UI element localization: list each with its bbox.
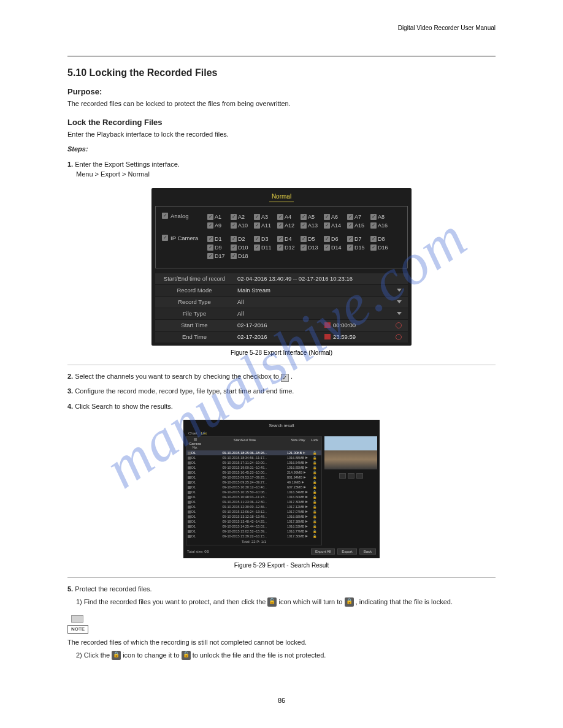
camera-a10[interactable]: A10	[231, 221, 254, 230]
camera-a6[interactable]: A6	[324, 213, 347, 221]
checkbox-icon[interactable]	[301, 214, 307, 220]
camera-a7[interactable]: A7	[347, 213, 370, 221]
checkbox-icon[interactable]	[194, 438, 197, 441]
checkbox-icon[interactable]	[301, 245, 307, 251]
checkbox-icon[interactable]	[370, 222, 377, 229]
camera-a2[interactable]: A2	[231, 213, 254, 221]
camera-a4[interactable]: A4	[277, 213, 301, 221]
lock-icon[interactable]: 🔓	[313, 534, 316, 538]
checkbox-icon[interactable]	[231, 236, 237, 242]
checkbox-icon[interactable]	[231, 253, 237, 259]
field-file-type[interactable]: File Type All	[155, 308, 408, 320]
checkbox-icon[interactable]	[277, 214, 283, 220]
camera-a9[interactable]: A9	[207, 221, 231, 230]
table-row[interactable]: D109-10-2015 09:53:17--09:25...801.94MB …	[186, 475, 321, 480]
checkbox-icon[interactable]	[370, 214, 377, 220]
camera-d8[interactable]: D8	[370, 235, 394, 243]
checkbox-icon[interactable]	[347, 222, 353, 229]
camera-d5[interactable]: D5	[301, 235, 324, 243]
calendar-icon[interactable]	[324, 322, 331, 328]
calendar-icon[interactable]	[324, 334, 331, 339]
camera-d17[interactable]: D17	[207, 252, 231, 260]
checkbox-icon[interactable]	[277, 236, 283, 242]
checkbox-icon[interactable]	[347, 214, 353, 220]
lock-icon[interactable]: 🔓	[313, 520, 316, 523]
table-row[interactable]: D109-10-2015 13:48:42--14:25...1017.38MB…	[186, 519, 321, 524]
checkbox-icon[interactable]	[277, 245, 283, 251]
checkbox-icon[interactable]	[324, 222, 330, 229]
camera-d12[interactable]: D12	[277, 243, 301, 252]
lock-icon[interactable]: 🔓	[313, 505, 316, 509]
play-icon[interactable]	[302, 481, 304, 483]
checkbox-icon[interactable]	[207, 222, 213, 229]
table-row[interactable]: D109-10-2015 12:06:24--13:12...1017.07MB…	[186, 509, 321, 514]
camera-a15[interactable]: A15	[347, 221, 370, 230]
prev-button[interactable]	[339, 473, 346, 479]
table-row[interactable]: D109-10-2015 14:25:44--15:02...1016.53MB…	[186, 524, 321, 529]
camera-d14[interactable]: D14	[324, 243, 347, 252]
lock-icon[interactable]: 🔓	[313, 466, 316, 469]
play-icon[interactable]	[305, 461, 308, 464]
camera-a12[interactable]: A12	[277, 221, 301, 230]
camera-d15[interactable]: D15	[347, 243, 370, 252]
camera-a3[interactable]: A3	[254, 213, 277, 221]
play-icon[interactable]	[305, 525, 308, 528]
checkbox-icon[interactable]	[254, 222, 260, 229]
dropdown-icon[interactable]	[397, 289, 402, 292]
checkbox-icon[interactable]	[347, 236, 353, 242]
export-button[interactable]: Export	[337, 548, 356, 555]
checkbox-icon[interactable]	[347, 245, 353, 251]
lock-icon[interactable]: 🔓	[313, 510, 316, 514]
camera-a5[interactable]: A5	[301, 213, 324, 221]
lock-icon[interactable]: 🔓	[313, 480, 316, 484]
checkbox-icon[interactable]	[207, 214, 213, 220]
checkbox-icon[interactable]	[277, 222, 283, 229]
field-record-type[interactable]: Record Type All	[155, 297, 408, 308]
checkbox-icon[interactable]	[231, 222, 237, 229]
table-row[interactable]: D109-10-2015 12:30:09--12:36...1017.12MB…	[186, 504, 321, 509]
checkbox-icon[interactable]	[207, 245, 213, 251]
camera-a8[interactable]: A8	[370, 213, 394, 221]
checkbox-icon[interactable]	[231, 214, 237, 220]
camera-a11[interactable]: A11	[254, 221, 277, 230]
table-row[interactable]: D109-10-2015 15:02:52--15:39...1016.77MB…	[186, 529, 321, 534]
camera-d3[interactable]: D3	[254, 235, 277, 243]
checkbox-icon[interactable]	[162, 235, 168, 241]
lock-icon[interactable]: 🔓	[313, 485, 316, 489]
clock-icon[interactable]	[396, 322, 402, 328]
lock-icon[interactable]: 🔓	[313, 476, 316, 479]
camera-d11[interactable]: D11	[254, 243, 277, 252]
checkbox-icon[interactable]	[231, 245, 237, 251]
lock-icon[interactable]: 🔓	[313, 500, 316, 504]
ipcam-group[interactable]: IP Camera	[162, 235, 207, 241]
play-icon[interactable]	[305, 515, 308, 518]
lock-icon[interactable]: 🔓	[313, 451, 316, 455]
lock-icon[interactable]: 🔓	[313, 515, 316, 518]
clock-icon[interactable]	[396, 334, 402, 340]
checkbox-icon[interactable]	[324, 236, 330, 242]
play-icon[interactable]	[305, 491, 308, 493]
back-button[interactable]: Back	[359, 548, 376, 555]
table-row[interactable]: D109-10-2015 10:45:23--10:00...214.99MB …	[186, 470, 321, 475]
camera-d6[interactable]: D6	[324, 235, 347, 243]
table-row[interactable]: D109-10-2015 10:30:12--10:40...607.23MB …	[186, 485, 321, 490]
camera-a13[interactable]: A13	[301, 221, 324, 230]
analog-group[interactable]: Analog	[162, 213, 207, 219]
tab-list[interactable]: List	[201, 431, 207, 435]
camera-d18[interactable]: D18	[231, 252, 254, 260]
table-row[interactable]: D109-10-2015 10:15:50--10:08...1016.34MB…	[186, 490, 321, 495]
play-icon[interactable]	[303, 452, 305, 454]
table-row[interactable]: D109-10-2015 17:11:24--19:00...1016.54MB…	[186, 460, 321, 465]
checkbox-icon[interactable]	[254, 245, 260, 251]
camera-a14[interactable]: A14	[324, 221, 347, 230]
checkbox-icon[interactable]	[207, 236, 213, 242]
play-icon[interactable]	[305, 520, 308, 523]
play-icon[interactable]	[304, 486, 306, 488]
dropdown-icon[interactable]	[397, 312, 402, 315]
table-row[interactable]: D109-10-2015 19:00:31--10:45...1016.85MB…	[186, 465, 321, 470]
camera-d4[interactable]: D4	[277, 235, 301, 243]
play-icon[interactable]	[305, 530, 308, 533]
camera-d13[interactable]: D13	[301, 243, 324, 252]
field-record-mode[interactable]: Record Mode Main Stream	[155, 285, 408, 297]
lock-icon[interactable]: 🔓	[313, 495, 316, 499]
